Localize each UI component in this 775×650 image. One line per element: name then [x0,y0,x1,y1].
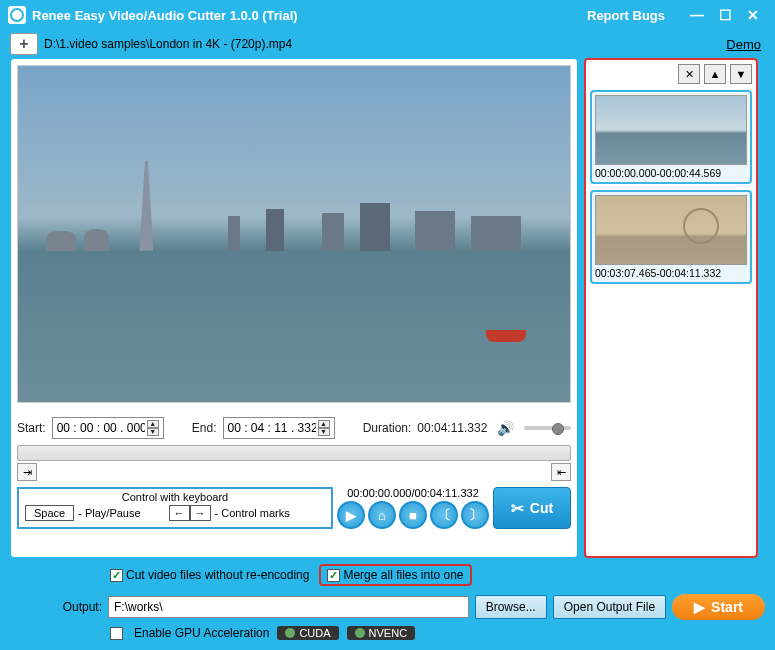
cuda-badge: CUDA [277,626,338,640]
clip-item[interactable]: 00:00:00.000-00:00:44.569 [590,90,752,184]
output-path-input[interactable] [108,596,469,618]
demo-link[interactable]: Demo [726,37,765,52]
output-label: Output: [10,600,102,614]
duration-value: 00:04:11.332 [417,421,487,435]
move-down-button[interactable]: ▼ [730,64,752,84]
delete-clip-button[interactable]: ✕ [678,64,700,84]
cut-button[interactable]: ✂ Cut [493,487,571,529]
keyboard-help: Control with keyboard Space - Play/Pause… [17,487,333,529]
minimize-button[interactable]: — [683,4,711,26]
end-label: End: [192,421,217,435]
end-down[interactable]: ▼ [318,428,330,436]
merge-checkbox[interactable] [327,569,340,582]
timeline-track[interactable] [17,445,571,461]
video-preview[interactable] [17,65,571,403]
no-reencode-checkbox[interactable] [110,569,123,582]
close-button[interactable]: ✕ [739,4,767,26]
titlebar: Renee Easy Video/Audio Cutter 1.0.0 (Tri… [0,0,775,30]
gpu-checkbox[interactable] [110,627,123,640]
gpu-label: Enable GPU Acceleration [134,626,269,640]
start-icon: ▶ [694,599,705,615]
browse-button[interactable]: Browse... [475,595,547,619]
clip-list-panel: ✕ ▲ ▼ 00:00:00.000-00:00:44.569 00:03:07… [584,58,758,558]
start-button[interactable]: ▶ Start [672,594,765,620]
end-marker[interactable]: ⇤ [551,463,571,481]
start-up[interactable]: ▲ [147,420,159,428]
start-time-input[interactable]: ▲▼ [52,417,164,439]
app-icon [8,6,26,24]
nvenc-badge: NVENC [347,626,416,640]
editor-panel: Start: ▲▼ End: ▲▼ Duration: 00:04:11.332… [10,58,578,558]
clip-thumbnail [595,195,747,265]
report-bugs-link[interactable]: Report Bugs [587,8,665,23]
mark-out-button[interactable]: 〕 [461,501,489,529]
app-title: Renee Easy Video/Audio Cutter 1.0.0 (Tri… [32,8,298,23]
move-up-button[interactable]: ▲ [704,64,726,84]
clip-timerange: 00:03:07.465-00:04:11.332 [595,267,747,279]
start-label: Start: [17,421,46,435]
file-path: D:\1.video samples\London in 4K - (720p)… [44,37,720,51]
space-key: Space [25,505,74,521]
mark-in-button[interactable]: 〔 [430,501,458,529]
pathbar: + D:\1.video samples\London in 4K - (720… [0,30,775,58]
clip-thumbnail [595,95,747,165]
clip-item[interactable]: 00:03:07.465-00:04:11.332 [590,190,752,284]
maximize-button[interactable]: ☐ [711,4,739,26]
end-time-input[interactable]: ▲▼ [223,417,335,439]
end-up[interactable]: ▲ [318,420,330,428]
scissors-icon: ✂ [511,499,524,518]
bottom-panel: Cut video files without re-encoding Merg… [0,558,775,650]
home-button[interactable]: ⌂ [368,501,396,529]
right-key: → [190,505,211,521]
play-button[interactable]: ▶ [337,501,365,529]
add-file-button[interactable]: + [10,33,38,55]
open-output-button[interactable]: Open Output File [553,595,666,619]
stop-button[interactable]: ■ [399,501,427,529]
start-down[interactable]: ▼ [147,428,159,436]
playback-range: 00:00:00.000/00:04:11.332 [347,487,479,499]
speaker-icon[interactable]: 🔊 [497,420,514,436]
app-window: Renee Easy Video/Audio Cutter 1.0.0 (Tri… [0,0,775,650]
no-reencode-label: Cut video files without re-encoding [126,568,309,582]
merge-label: Merge all files into one [343,568,463,582]
start-marker[interactable]: ⇥ [17,463,37,481]
clip-timerange: 00:00:00.000-00:00:44.569 [595,167,747,179]
volume-slider[interactable] [524,426,571,430]
left-key: ← [169,505,190,521]
duration-label: Duration: [363,421,412,435]
